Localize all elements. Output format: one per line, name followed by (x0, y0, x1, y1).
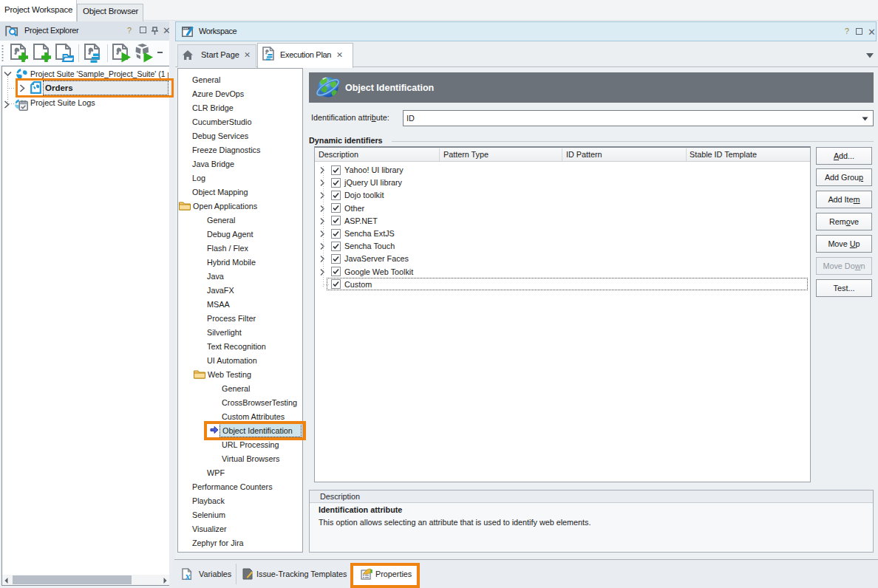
svg-text:x: x (185, 571, 191, 581)
